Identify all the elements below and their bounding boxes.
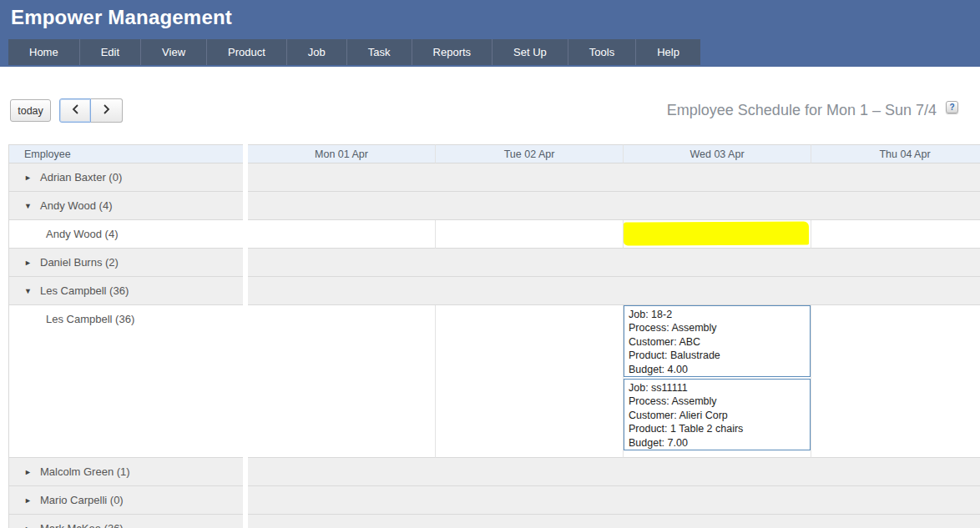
yellow-highlight-marker	[624, 222, 809, 246]
column-header-thu[interactable]: Thu 04 Apr	[811, 144, 980, 163]
employee-group-label: Les Campbell (36)	[40, 284, 129, 297]
employee-group-label: Mark McKee (36)	[40, 522, 124, 528]
menubar: Home Edit View Product Job Task Reports …	[8, 39, 700, 65]
group-row-mark-mckee[interactable]: ► Mark McKee (36)	[8, 515, 980, 528]
expander-expanded-icon[interactable]: ▼	[24, 287, 33, 295]
schedule-cell-mon[interactable]	[248, 305, 436, 458]
expander-collapsed-icon[interactable]: ►	[24, 496, 33, 505]
date-nav-group	[59, 98, 123, 123]
app-title: Empower Management	[11, 6, 232, 29]
application-window: Empower Management Home Edit View Produc…	[0, 0, 980, 528]
employee-group-cell[interactable]: ► Mario Carpelli (0)	[8, 486, 243, 515]
column-header-employee[interactable]: Employee	[8, 144, 243, 163]
employee-group-label: Malcolm Green (1)	[40, 465, 130, 478]
employee-group-label: Daniel Burns (2)	[40, 256, 119, 269]
job-product: Product: 1 Table 2 chairs	[629, 422, 806, 435]
job-card-18-2[interactable]: Job: 18-2 Process: Assembly Customer: AB…	[624, 305, 811, 377]
job-card-ss11111[interactable]: Job: ss11111 Process: Assembly Customer:…	[624, 379, 811, 450]
schedule-grid: Employee Mon 01 Apr Tue 02 Apr Wed 03 Ap…	[8, 144, 980, 528]
app-header: Empower Management Home Edit View Produc…	[0, 0, 980, 67]
employee-group-cell[interactable]: ► Mark McKee (36)	[8, 515, 243, 528]
group-schedule-area	[248, 486, 980, 515]
detail-row-andy-wood: Andy Wood (4)	[8, 220, 980, 249]
employee-detail-cell: Les Campbell (36)	[8, 305, 243, 458]
employee-group-cell[interactable]: ► Adrian Baxter (0)	[8, 163, 243, 192]
group-schedule-area	[248, 277, 980, 305]
menu-item-tools[interactable]: Tools	[568, 39, 635, 65]
toolbar: today Employee Schedule for Mon 1 – Sun …	[0, 67, 980, 144]
group-row-adrian-baxter[interactable]: ► Adrian Baxter (0)	[8, 163, 980, 192]
employee-detail-cell: Andy Wood (4)	[8, 220, 243, 249]
today-button[interactable]: today	[10, 99, 51, 122]
menu-item-job[interactable]: Job	[286, 39, 346, 65]
group-schedule-area	[248, 163, 980, 192]
job-budget: Budget: 7.00	[629, 436, 806, 450]
employee-group-cell[interactable]: ► Daniel Burns (2)	[8, 249, 243, 277]
grid-header-row: Employee Mon 01 Apr Tue 02 Apr Wed 03 Ap…	[8, 144, 980, 163]
employee-detail-label: Les Campbell (36)	[46, 313, 134, 325]
column-header-tue[interactable]: Tue 02 Apr	[436, 144, 624, 163]
schedule-cell-thu[interactable]	[811, 220, 980, 249]
prev-button[interactable]	[59, 98, 91, 123]
group-schedule-area	[248, 249, 980, 277]
expander-collapsed-icon[interactable]: ►	[24, 525, 33, 528]
group-schedule-area	[248, 192, 980, 220]
expander-collapsed-icon[interactable]: ►	[24, 173, 33, 182]
menu-item-view[interactable]: View	[140, 39, 206, 65]
schedule-cell-tue[interactable]	[436, 220, 624, 249]
menu-item-home[interactable]: Home	[8, 39, 79, 65]
schedule-cell-tue[interactable]	[436, 305, 624, 458]
help-icon[interactable]: ?	[946, 101, 958, 113]
employee-group-cell[interactable]: ▼ Andy Wood (4)	[8, 192, 243, 220]
job-process: Process: Assembly	[629, 395, 806, 408]
menu-item-edit[interactable]: Edit	[79, 39, 140, 65]
menu-item-reports[interactable]: Reports	[412, 39, 493, 65]
employee-group-label: Adrian Baxter (0)	[40, 171, 122, 184]
schedule-cell-wed[interactable]: Job: 18-2 Process: Assembly Customer: AB…	[624, 305, 811, 458]
group-row-mario-carpelli[interactable]: ► Mario Carpelli (0)	[8, 486, 980, 515]
employee-group-label: Andy Wood (4)	[40, 199, 112, 212]
job-number: Job: 18-2	[629, 308, 806, 321]
group-schedule-area	[248, 458, 980, 486]
schedule-cell-wed[interactable]	[624, 220, 811, 249]
group-schedule-area	[248, 515, 980, 528]
group-row-daniel-burns[interactable]: ► Daniel Burns (2)	[8, 249, 980, 277]
job-budget: Budget: 4.00	[629, 363, 806, 376]
menu-item-task[interactable]: Task	[346, 39, 412, 65]
job-process: Process: Assembly	[629, 321, 806, 334]
expander-collapsed-icon[interactable]: ►	[24, 259, 33, 267]
employee-group-cell[interactable]: ▼ Les Campbell (36)	[8, 277, 243, 305]
schedule-title: Employee Schedule for Mon 1 – Sun 7/4	[667, 102, 937, 119]
employee-group-label: Mario Carpelli (0)	[40, 494, 124, 506]
event-list: Job: 18-2 Process: Assembly Customer: AB…	[624, 305, 811, 452]
menu-item-help[interactable]: Help	[635, 39, 700, 65]
schedule-cell-mon[interactable]	[248, 220, 436, 249]
schedule-cell-thu[interactable]	[811, 305, 980, 458]
column-header-mon[interactable]: Mon 01 Apr	[248, 144, 436, 163]
next-button[interactable]	[91, 98, 123, 123]
employee-group-cell[interactable]: ► Malcolm Green (1)	[8, 458, 243, 486]
menu-item-setup[interactable]: Set Up	[492, 39, 568, 65]
detail-row-les-campbell: Les Campbell (36) Job: 18-2 Process: Ass…	[8, 305, 980, 458]
menu-item-product[interactable]: Product	[206, 39, 286, 65]
job-customer: Customer: Alieri Corp	[629, 409, 806, 422]
expander-collapsed-icon[interactable]: ►	[24, 468, 33, 476]
expander-expanded-icon[interactable]: ▼	[24, 202, 33, 210]
group-row-andy-wood[interactable]: ▼ Andy Wood (4)	[8, 192, 980, 220]
job-customer: Customer: ABC	[629, 335, 806, 349]
employee-detail-label: Andy Wood (4)	[46, 228, 118, 240]
group-row-malcolm-green[interactable]: ► Malcolm Green (1)	[8, 458, 980, 486]
job-number: Job: ss11111	[629, 381, 806, 395]
column-header-wed[interactable]: Wed 03 Apr	[624, 144, 811, 163]
group-row-les-campbell[interactable]: ▼ Les Campbell (36)	[8, 277, 980, 305]
job-product: Product: Balustrade	[629, 349, 806, 362]
chevron-left-icon	[72, 104, 79, 117]
chevron-right-icon	[103, 104, 110, 117]
